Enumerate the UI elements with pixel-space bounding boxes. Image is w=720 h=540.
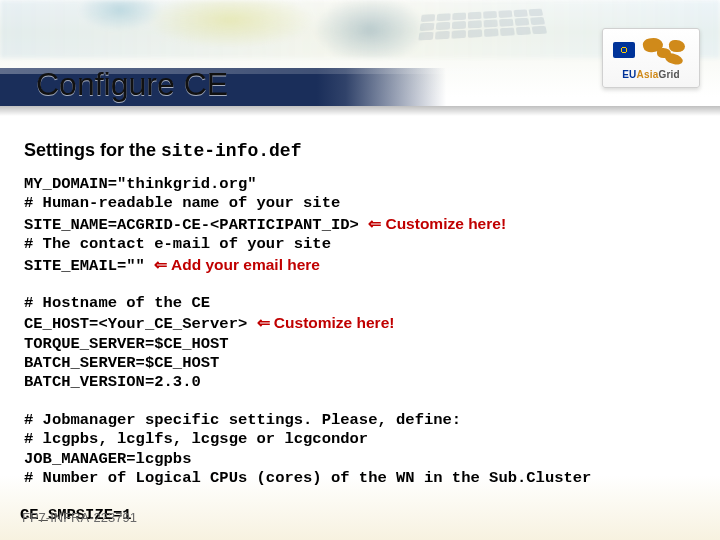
slide-title: Configure CE (36, 66, 228, 103)
eu-flag-icon (613, 42, 635, 58)
code-line: BATCH_SERVER=$CE_HOST (24, 354, 219, 372)
subhead-prefix: Settings for the (24, 140, 161, 160)
annotation-customize: Customize here! (270, 314, 395, 331)
code-line: # lcgpbs, lcglfs, lcgsge or lcgcondor (24, 430, 368, 448)
code-line: SITE_NAME=ACGRID-CE-<PARTICIPANT_ID> (24, 216, 368, 234)
footer: CE_SMPSIZE=1 FP7-INFRA-223791 (20, 506, 320, 530)
logo-text: EUAsiaGrid (622, 69, 680, 80)
content-area: Settings for the site-info.def MY_DOMAIN… (24, 140, 696, 492)
code-line: TORQUE_SERVER=$CE_HOST (24, 335, 229, 353)
annotation-email: Add your email here (167, 256, 320, 273)
code-line: # Number of Logical CPUs (cores) of the … (24, 469, 591, 487)
code-line: JOB_MANAGER=lcgpbs (24, 450, 191, 468)
code-line: # Human-readable name of your site (24, 194, 340, 212)
code-line: SITE_EMAIL="" (24, 257, 154, 275)
code-block-3: # Jobmanager specific settings. Please, … (24, 411, 696, 489)
left-arrow-icon: ⇐ (257, 314, 270, 331)
code-line: BATCH_VERSION=2.3.0 (24, 373, 201, 391)
code-line: # Jobmanager specific settings. Please, … (24, 411, 461, 429)
annotation-customize: Customize here! (381, 215, 506, 232)
code-line: # The contact e-mail of your site (24, 235, 331, 253)
asia-map-icon (639, 36, 691, 66)
subheading: Settings for the site-info.def (24, 140, 696, 161)
code-line: # Hostname of the CE (24, 294, 210, 312)
footer-label: FP7-INFRA-223791 (22, 510, 137, 525)
code-line: CE_HOST=<Your_CE_Server> (24, 315, 257, 333)
slide: Configure CE EUAsiaGrid Settings for the… (0, 0, 720, 540)
code-block-1: MY_DOMAIN="thinkgrid.org" # Human-readab… (24, 175, 696, 276)
code-block-2: # Hostname of the CE CE_HOST=<Your_CE_Se… (24, 294, 696, 393)
euasiagrid-logo: EUAsiaGrid (602, 28, 700, 88)
code-line: MY_DOMAIN="thinkgrid.org" (24, 175, 257, 193)
left-arrow-icon: ⇐ (154, 256, 167, 273)
left-arrow-icon: ⇐ (368, 215, 381, 232)
subhead-filename: site-info.def (161, 141, 301, 161)
